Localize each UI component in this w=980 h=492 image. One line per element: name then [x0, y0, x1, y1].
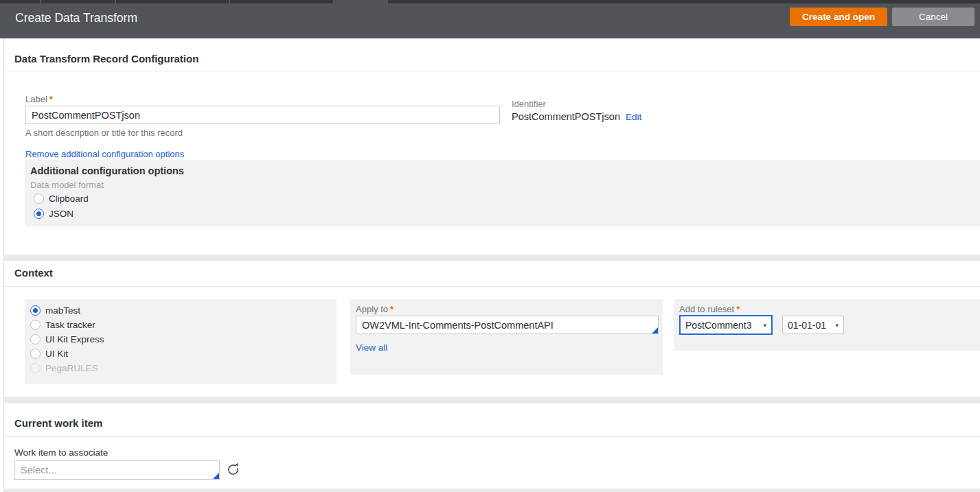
- work-item-autocomplete: [14, 460, 220, 480]
- apply-to-label: Apply to*: [356, 304, 394, 314]
- radio-option-label: UI Kit Express: [45, 334, 104, 344]
- context-branch-panel: mabTest Task tracker UI Kit Express UI K…: [25, 299, 337, 384]
- apply-to-panel: Apply to* View all: [350, 299, 663, 375]
- radio-option-label: UI Kit: [45, 349, 68, 359]
- label-input[interactable]: [25, 106, 500, 124]
- radio-option-json[interactable]: JSON: [34, 208, 73, 219]
- required-marker: *: [736, 304, 740, 314]
- radio-unselected-icon[interactable]: [30, 349, 41, 359]
- cancel-button[interactable]: Cancel: [892, 8, 975, 26]
- autocomplete-corner-icon[interactable]: [652, 327, 658, 333]
- radio-unselected-icon[interactable]: [30, 334, 41, 344]
- radio-selected-icon[interactable]: [30, 305, 41, 316]
- create-data-transform-dialog: Create Data Transform Create and open Ca…: [0, 0, 980, 492]
- additional-options-heading: Additional configuration options: [30, 165, 184, 176]
- ruleset-name-value: PostComment3: [685, 320, 751, 331]
- radio-selected-icon[interactable]: [34, 209, 44, 219]
- radio-option-ui-kit[interactable]: UI Kit: [30, 348, 68, 359]
- section-divider: [4, 436, 980, 437]
- section-separator: [3, 255, 980, 261]
- radio-disabled-icon: [30, 363, 41, 373]
- radio-unselected-icon[interactable]: [30, 320, 41, 330]
- radio-option-label: Task tracker: [45, 320, 95, 330]
- section-divider: [4, 286, 980, 287]
- add-to-ruleset-label: Add to ruleset*: [679, 304, 740, 314]
- radio-unselected-icon[interactable]: [34, 194, 44, 204]
- chevron-down-icon: ▾: [763, 322, 766, 329]
- view-all-link[interactable]: View all: [356, 342, 387, 353]
- radio-option-label: mabTest: [45, 305, 80, 316]
- label-text: Add to ruleset: [679, 304, 734, 314]
- header-buttons: Create and open Cancel: [790, 8, 975, 26]
- radio-option-mabtest[interactable]: mabTest: [30, 305, 80, 316]
- dialog-title: Create Data Transform: [15, 11, 137, 25]
- ruleset-version-select[interactable]: 01-01-01 ▾: [782, 316, 844, 334]
- radio-option-label: JSON: [49, 209, 73, 219]
- dialog-header: Create Data Transform Create and open Ca…: [0, 3, 980, 38]
- work-item-select-input[interactable]: [14, 460, 220, 480]
- record-configuration-heading: Data Transform Record Configuration: [14, 53, 198, 65]
- identifier-value: PostCommentPOSTjson: [512, 111, 620, 122]
- section-divider: [4, 71, 980, 71]
- current-work-item-heading: Current work item: [14, 417, 102, 429]
- dialog-left-border: [3, 38, 4, 492]
- dialog-body: Data Transform Record Configuration Labe…: [0, 38, 980, 492]
- bottom-separator: [3, 489, 980, 492]
- section-separator: [3, 397, 980, 403]
- chevron-down-icon: ▾: [835, 322, 839, 329]
- identifier-edit-link[interactable]: Edit: [626, 112, 641, 122]
- additional-options-panel: Additional configuration options Data mo…: [25, 160, 980, 226]
- data-model-format-label: Data model format: [30, 180, 104, 190]
- radio-option-ui-kit-express[interactable]: UI Kit Express: [30, 333, 104, 344]
- label-field-label: Label*: [25, 94, 53, 104]
- required-marker: *: [390, 304, 394, 314]
- label-text: Apply to: [356, 304, 388, 314]
- create-and-open-button[interactable]: Create and open: [790, 8, 887, 26]
- label-helper-text: A short description or title for this re…: [25, 128, 183, 138]
- refresh-icon[interactable]: [227, 463, 240, 479]
- ruleset-name-select[interactable]: PostComment3 ▾: [679, 315, 773, 335]
- context-heading: Context: [14, 267, 53, 279]
- radio-option-pegarules: PegaRULES: [30, 362, 98, 373]
- work-item-label: Work item to associate: [14, 447, 108, 458]
- identifier-label: Identifier: [512, 99, 546, 109]
- ruleset-panel: Add to ruleset* PostComment3 ▾ 01-01-01 …: [674, 299, 980, 351]
- radio-option-label: PegaRULES: [45, 363, 98, 373]
- remove-additional-options-link[interactable]: Remove additional configuration options: [25, 149, 184, 159]
- required-marker: *: [49, 94, 53, 104]
- apply-to-input[interactable]: [356, 316, 659, 334]
- radio-option-clipboard[interactable]: Clipboard: [34, 193, 89, 204]
- label-text: Label: [25, 94, 47, 104]
- radio-option-task-tracker[interactable]: Task tracker: [30, 319, 95, 330]
- radio-option-label: Clipboard: [49, 194, 89, 204]
- autocomplete-corner-icon[interactable]: [213, 473, 219, 479]
- apply-to-autocomplete: [356, 316, 659, 334]
- ruleset-version-value: 01-01-01: [788, 320, 826, 331]
